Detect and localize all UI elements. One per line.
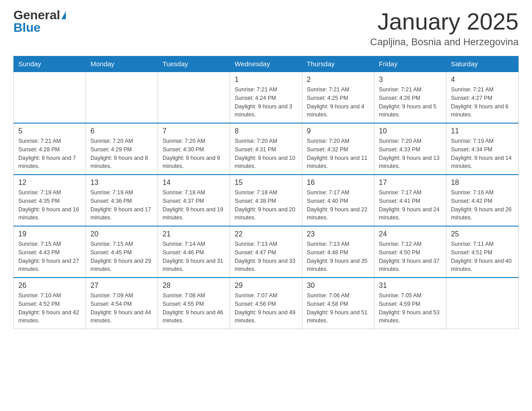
- calendar-cell: 20Sunrise: 7:15 AM Sunset: 4:45 PM Dayli…: [86, 226, 158, 278]
- calendar-cell: 18Sunrise: 7:16 AM Sunset: 4:42 PM Dayli…: [446, 175, 519, 226]
- day-number: 30: [307, 282, 369, 290]
- day-number: 13: [90, 179, 153, 187]
- day-number: 6: [90, 127, 153, 135]
- day-number: 27: [90, 282, 153, 290]
- day-number: 25: [451, 230, 514, 238]
- calendar-cell: 26Sunrise: 7:10 AM Sunset: 4:52 PM Dayli…: [14, 278, 86, 329]
- calendar-cell: [86, 72, 158, 123]
- column-header-friday: Friday: [374, 56, 446, 72]
- day-info: Sunrise: 7:21 AM Sunset: 4:27 PM Dayligh…: [451, 86, 514, 119]
- calendar-cell: 15Sunrise: 7:18 AM Sunset: 4:38 PM Dayli…: [230, 175, 302, 226]
- calendar-cell: 10Sunrise: 7:20 AM Sunset: 4:33 PM Dayli…: [374, 123, 446, 175]
- day-info: Sunrise: 7:21 AM Sunset: 4:28 PM Dayligh…: [18, 137, 81, 171]
- day-number: 15: [235, 179, 297, 187]
- logo: General Blue: [13, 9, 66, 34]
- day-number: 5: [18, 127, 81, 135]
- day-info: Sunrise: 7:20 AM Sunset: 4:30 PM Dayligh…: [163, 137, 225, 171]
- calendar-cell: 17Sunrise: 7:17 AM Sunset: 4:41 PM Dayli…: [374, 175, 446, 226]
- location-title: Capljina, Bosnia and Herzegovina: [370, 36, 519, 48]
- day-info: Sunrise: 7:20 AM Sunset: 4:29 PM Dayligh…: [90, 137, 153, 171]
- calendar-cell: 29Sunrise: 7:07 AM Sunset: 4:56 PM Dayli…: [230, 278, 302, 329]
- calendar-cell: 22Sunrise: 7:13 AM Sunset: 4:47 PM Dayli…: [230, 226, 302, 278]
- day-number: 29: [235, 282, 297, 290]
- logo-triangle-icon: [61, 11, 66, 19]
- calendar-cell: 24Sunrise: 7:12 AM Sunset: 4:50 PM Dayli…: [374, 226, 446, 278]
- column-header-sunday: Sunday: [14, 56, 86, 72]
- day-info: Sunrise: 7:13 AM Sunset: 4:47 PM Dayligh…: [235, 240, 297, 274]
- month-title: January 2025: [370, 9, 519, 34]
- day-number: 24: [379, 230, 442, 238]
- day-info: Sunrise: 7:21 AM Sunset: 4:26 PM Dayligh…: [379, 86, 442, 119]
- calendar-cell: 3Sunrise: 7:21 AM Sunset: 4:26 PM Daylig…: [374, 72, 446, 123]
- logo-blue-text: Blue: [13, 21, 41, 34]
- column-header-thursday: Thursday: [302, 56, 374, 72]
- day-number: 23: [307, 230, 369, 238]
- day-info: Sunrise: 7:19 AM Sunset: 4:35 PM Dayligh…: [18, 188, 81, 222]
- calendar-cell: 8Sunrise: 7:20 AM Sunset: 4:31 PM Daylig…: [230, 123, 302, 175]
- day-number: 20: [90, 230, 153, 238]
- calendar-cell: 31Sunrise: 7:05 AM Sunset: 4:59 PM Dayli…: [374, 278, 446, 329]
- calendar-cell: 13Sunrise: 7:19 AM Sunset: 4:36 PM Dayli…: [86, 175, 158, 226]
- day-number: 12: [18, 179, 81, 187]
- calendar-cell: [446, 278, 519, 329]
- day-number: 7: [163, 127, 225, 135]
- day-info: Sunrise: 7:20 AM Sunset: 4:33 PM Dayligh…: [379, 137, 442, 171]
- logo-general-text: General: [13, 9, 60, 21]
- calendar-cell: 14Sunrise: 7:18 AM Sunset: 4:37 PM Dayli…: [158, 175, 230, 226]
- day-info: Sunrise: 7:17 AM Sunset: 4:40 PM Dayligh…: [307, 188, 369, 222]
- column-header-saturday: Saturday: [446, 56, 519, 72]
- day-info: Sunrise: 7:18 AM Sunset: 4:38 PM Dayligh…: [235, 188, 297, 222]
- day-number: 22: [235, 230, 297, 238]
- calendar-cell: 6Sunrise: 7:20 AM Sunset: 4:29 PM Daylig…: [86, 123, 158, 175]
- day-info: Sunrise: 7:20 AM Sunset: 4:31 PM Dayligh…: [235, 137, 297, 171]
- calendar-cell: 5Sunrise: 7:21 AM Sunset: 4:28 PM Daylig…: [14, 123, 86, 175]
- calendar-cell: 4Sunrise: 7:21 AM Sunset: 4:27 PM Daylig…: [446, 72, 519, 123]
- calendar-cell: 19Sunrise: 7:15 AM Sunset: 4:43 PM Dayli…: [14, 226, 86, 278]
- day-info: Sunrise: 7:21 AM Sunset: 4:24 PM Dayligh…: [235, 86, 297, 119]
- column-header-tuesday: Tuesday: [158, 56, 230, 72]
- day-number: 17: [379, 179, 442, 187]
- day-info: Sunrise: 7:15 AM Sunset: 4:45 PM Dayligh…: [90, 240, 153, 274]
- day-number: 2: [307, 76, 369, 84]
- day-number: 3: [379, 76, 442, 84]
- week-row-3: 12Sunrise: 7:19 AM Sunset: 4:35 PM Dayli…: [14, 175, 519, 226]
- day-number: 8: [235, 127, 297, 135]
- week-row-5: 26Sunrise: 7:10 AM Sunset: 4:52 PM Dayli…: [14, 278, 519, 329]
- calendar-cell: 2Sunrise: 7:21 AM Sunset: 4:25 PM Daylig…: [302, 72, 374, 123]
- day-number: 19: [18, 230, 81, 238]
- column-header-wednesday: Wednesday: [230, 56, 302, 72]
- calendar-cell: [14, 72, 86, 123]
- column-header-monday: Monday: [86, 56, 158, 72]
- day-info: Sunrise: 7:06 AM Sunset: 4:58 PM Dayligh…: [307, 291, 369, 325]
- day-number: 11: [451, 127, 514, 135]
- calendar-cell: [158, 72, 230, 123]
- day-info: Sunrise: 7:20 AM Sunset: 4:32 PM Dayligh…: [307, 137, 369, 171]
- day-info: Sunrise: 7:08 AM Sunset: 4:55 PM Dayligh…: [163, 291, 225, 325]
- day-info: Sunrise: 7:19 AM Sunset: 4:34 PM Dayligh…: [451, 137, 514, 171]
- week-row-4: 19Sunrise: 7:15 AM Sunset: 4:43 PM Dayli…: [14, 226, 519, 278]
- day-number: 1: [235, 76, 297, 84]
- day-number: 9: [307, 127, 369, 135]
- day-number: 4: [451, 76, 514, 84]
- day-info: Sunrise: 7:05 AM Sunset: 4:59 PM Dayligh…: [379, 291, 442, 325]
- week-row-1: 1Sunrise: 7:21 AM Sunset: 4:24 PM Daylig…: [14, 72, 519, 123]
- calendar-cell: 27Sunrise: 7:09 AM Sunset: 4:54 PM Dayli…: [86, 278, 158, 329]
- calendar-cell: 30Sunrise: 7:06 AM Sunset: 4:58 PM Dayli…: [302, 278, 374, 329]
- day-info: Sunrise: 7:10 AM Sunset: 4:52 PM Dayligh…: [18, 291, 81, 325]
- calendar-cell: 12Sunrise: 7:19 AM Sunset: 4:35 PM Dayli…: [14, 175, 86, 226]
- calendar-cell: 1Sunrise: 7:21 AM Sunset: 4:24 PM Daylig…: [230, 72, 302, 123]
- day-info: Sunrise: 7:13 AM Sunset: 4:48 PM Dayligh…: [307, 240, 369, 274]
- calendar-cell: 25Sunrise: 7:11 AM Sunset: 4:51 PM Dayli…: [446, 226, 519, 278]
- day-info: Sunrise: 7:19 AM Sunset: 4:36 PM Dayligh…: [90, 188, 153, 222]
- day-info: Sunrise: 7:17 AM Sunset: 4:41 PM Dayligh…: [379, 188, 442, 222]
- calendar-cell: 16Sunrise: 7:17 AM Sunset: 4:40 PM Dayli…: [302, 175, 374, 226]
- calendar-cell: 23Sunrise: 7:13 AM Sunset: 4:48 PM Dayli…: [302, 226, 374, 278]
- day-number: 14: [163, 179, 225, 187]
- day-number: 28: [163, 282, 225, 290]
- day-info: Sunrise: 7:09 AM Sunset: 4:54 PM Dayligh…: [90, 291, 153, 325]
- day-info: Sunrise: 7:15 AM Sunset: 4:43 PM Dayligh…: [18, 240, 81, 274]
- day-info: Sunrise: 7:12 AM Sunset: 4:50 PM Dayligh…: [379, 240, 442, 274]
- day-info: Sunrise: 7:21 AM Sunset: 4:25 PM Dayligh…: [307, 86, 369, 119]
- day-number: 10: [379, 127, 442, 135]
- calendar-cell: 28Sunrise: 7:08 AM Sunset: 4:55 PM Dayli…: [158, 278, 230, 329]
